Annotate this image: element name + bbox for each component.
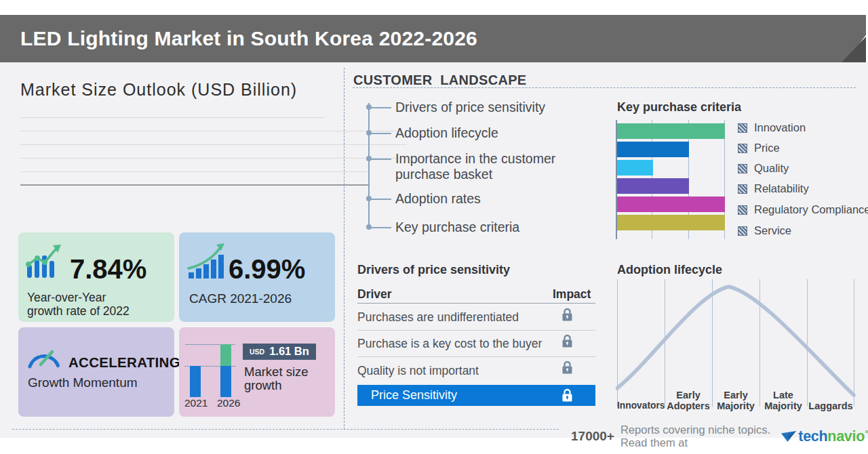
- infographic-canvas: LED Lighting Market in South Korea 2022-…: [0, 0, 868, 454]
- usd-value-badge: USD1.61 Bn: [243, 344, 316, 360]
- year-label-2026: 2026: [217, 397, 240, 409]
- card-market-size-growth: 2021 2026 USD1.61 Bn Market size growth: [179, 327, 335, 417]
- growth-card-label: Market size growth: [244, 365, 309, 392]
- highlight-label: Price Sensitivity: [371, 388, 457, 403]
- legend-swatch-icon: [738, 184, 747, 194]
- footer: 17000+ Reports covering niche topics. Re…: [571, 424, 868, 449]
- table-row: Quality is not important: [357, 364, 479, 378]
- adoption-lifecycle-title: Adoption lifecycle: [617, 263, 722, 277]
- bar-chart-trend-icon: [25, 243, 66, 280]
- table-row-separator: [357, 330, 595, 331]
- badge-amount: 1.61 Bn: [269, 345, 309, 357]
- mini-bar-2026-growth: [220, 344, 231, 366]
- column-header-impact: Impact: [553, 287, 591, 302]
- table-row: Purchases are undifferentiated: [357, 310, 519, 325]
- legend-swatch-icon: [738, 123, 747, 133]
- badge-currency: USD: [250, 348, 264, 356]
- stage-label: Early Adopters: [665, 390, 712, 411]
- legend-swatch-icon: [738, 205, 747, 215]
- footer-divider: [12, 429, 559, 430]
- legend-item: Quality: [738, 162, 789, 175]
- card-growth-momentum: ACCELERATING Growth Momentum: [18, 327, 174, 417]
- key-purchase-criteria-chart: [616, 120, 725, 239]
- stage-label: Late Majority: [760, 390, 807, 411]
- lock-icon: [561, 388, 573, 403]
- trademark-mark: [865, 430, 868, 433]
- legend-item: Price: [738, 142, 780, 154]
- legend-item: Innovation: [738, 121, 806, 134]
- kpc-bar: [617, 160, 653, 176]
- table-row-separator: [357, 356, 595, 357]
- lock-icon: [561, 308, 573, 322]
- yoy-value: 7.84%: [70, 254, 146, 285]
- legend-item: Regulatory Compliance: [738, 203, 868, 216]
- kpc-bar: [617, 178, 689, 194]
- market-size-outlook-title: Market Size Outlook (USD Billion): [20, 80, 297, 100]
- title-banner: LED Lighting Market in South Korea 2022-…: [0, 15, 866, 62]
- outlook-gridline: [20, 131, 397, 131]
- speedometer-icon: [26, 346, 62, 369]
- legend-swatch-icon: [738, 226, 747, 236]
- kpc-bar: [617, 123, 725, 139]
- list-item: Adoption rates: [368, 191, 619, 207]
- mini-bar-2021: [190, 366, 201, 397]
- mini-bar-2026-base: [220, 366, 231, 397]
- outlook-gridline: [20, 144, 407, 145]
- yoy-label: Year-over-Year growth rate of 2022: [27, 291, 130, 318]
- legend-item: Relatability: [738, 182, 809, 195]
- footer-text: Reports covering niche topics. Read them…: [620, 424, 773, 449]
- cagr-value: 6.99%: [229, 254, 305, 285]
- list-item: Importance in the customer purchase bask…: [368, 151, 599, 182]
- report-count: 17000+: [571, 429, 614, 444]
- brand-navio: navio: [827, 428, 865, 445]
- stage-label: Laggards: [807, 400, 854, 411]
- legend-swatch-icon: [738, 164, 747, 173]
- brand-tech: tech: [798, 428, 827, 445]
- legend-item: Service: [738, 224, 791, 237]
- customer-landscape-title: CUSTOMER LANDSCAPE: [353, 73, 527, 88]
- list-item: Key purchase criteria: [368, 220, 619, 235]
- list-item: Adoption lifecycle: [368, 125, 619, 141]
- price-sensitivity-highlight-row: Price Sensitivity: [357, 385, 595, 406]
- price-sensitivity-title: Drivers of price sensitivity: [357, 263, 510, 277]
- stage-label: Early Majority: [712, 390, 760, 411]
- year-label-2021: 2021: [184, 397, 208, 409]
- lifecycle-stage-labels: Innovators Early Adopters Early Majority…: [617, 379, 854, 411]
- momentum-label: Growth Momentum: [28, 376, 138, 390]
- technavio-logo[interactable]: technavio: [781, 428, 868, 445]
- growth-arrow-bars-icon: [187, 243, 228, 278]
- card-cagr: 6.99% CAGR 2021-2026: [179, 232, 335, 322]
- list-item: Drivers of price sensitivity: [368, 100, 619, 115]
- column-header-driver: Driver: [357, 287, 392, 302]
- kpc-bar: [617, 197, 725, 212]
- lock-icon: [561, 334, 573, 348]
- lock-icon: [561, 360, 573, 375]
- outlook-gridline: [20, 117, 324, 118]
- adoption-lifecycle-chart: Innovators Early Adopters Early Majority…: [616, 278, 856, 410]
- section-divider: [344, 68, 344, 430]
- table-header-rule: [357, 303, 595, 304]
- customer-landscape-underline: [353, 87, 856, 88]
- page-title: LED Lighting Market in South Korea 2022-…: [20, 15, 477, 62]
- outlook-axis-line: [20, 184, 370, 186]
- outlook-gridline: [20, 171, 370, 172]
- outlook-gridline: [20, 158, 397, 159]
- card-yoy-growth: 7.84% Year-over-Year growth rate of 2022: [18, 232, 174, 322]
- paper-plane-icon: [781, 431, 796, 442]
- kpc-bar: [617, 215, 725, 230]
- kpc-bar: [617, 142, 689, 157]
- cagr-label: CAGR 2021-2026: [189, 292, 292, 306]
- key-purchase-criteria-title: Key purchase criteria: [617, 100, 741, 115]
- table-row: Purchase is a key cost to the buyer: [357, 337, 542, 351]
- legend-swatch-icon: [738, 144, 747, 153]
- stage-label: Innovators: [617, 400, 665, 411]
- momentum-status: ACCELERATING: [68, 354, 180, 371]
